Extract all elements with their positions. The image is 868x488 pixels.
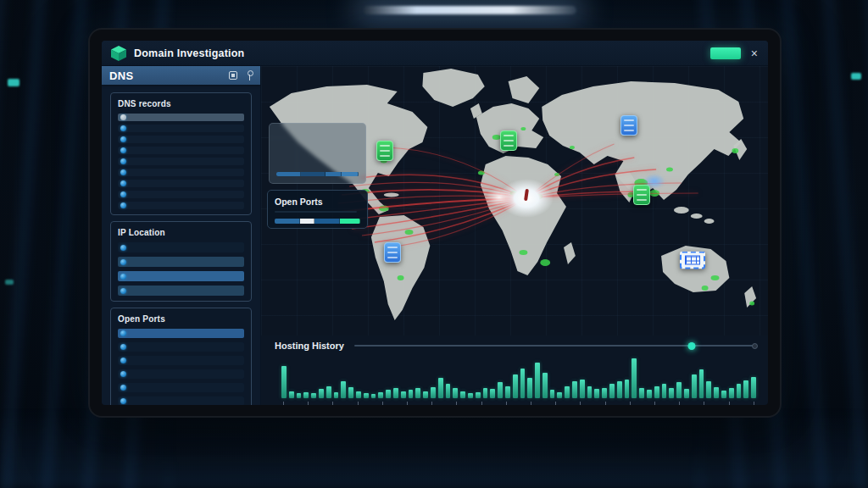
window-icon[interactable] (229, 71, 237, 80)
globe-dot-icon (120, 158, 126, 164)
list-item[interactable] (118, 242, 244, 252)
rack-led (851, 73, 861, 80)
server-marker-south-america[interactable] (384, 242, 401, 263)
progress-segment (301, 172, 326, 176)
x-axis-tick (605, 402, 606, 405)
panel-open-ports: Open Ports (110, 308, 252, 405)
slider-thumb[interactable] (688, 342, 696, 350)
slider-end-dot (752, 343, 758, 349)
x-axis-tick (729, 402, 730, 405)
x-axis-tick (308, 402, 309, 405)
divider (275, 211, 357, 213)
chart-bar (513, 374, 518, 398)
x-axis-tick (630, 402, 631, 405)
chart-bar (378, 392, 383, 398)
x-axis-ticks (281, 402, 756, 405)
x-axis-tick (754, 402, 754, 405)
panel-ip-location: IP Location (110, 221, 252, 302)
globe-dot-icon (120, 344, 126, 350)
list-item[interactable] (118, 147, 244, 154)
chart-bar (602, 388, 607, 398)
list-item[interactable] (118, 125, 244, 132)
chart-bar (326, 386, 331, 398)
globe-dot-icon (120, 191, 126, 197)
table-grid-icon (685, 255, 700, 264)
x-axis-tick (382, 402, 383, 405)
globe-dot-icon (120, 259, 126, 265)
chart-bar (297, 393, 302, 398)
key-icon[interactable] (246, 70, 253, 80)
chart-bar (565, 386, 570, 398)
x-axis-tick (456, 402, 457, 405)
chart-bar (737, 384, 742, 398)
server-marker-europe[interactable] (500, 130, 517, 151)
progress-segment (314, 219, 340, 224)
chart-bar (401, 391, 406, 398)
list-item[interactable] (118, 286, 244, 296)
list-item[interactable] (118, 356, 244, 365)
chart-bar (684, 389, 689, 398)
ip-location-list (118, 242, 244, 296)
globe-dot-icon (120, 147, 126, 153)
world-map[interactable]: Open Ports (261, 66, 768, 336)
panel-title: DNS records (118, 99, 244, 108)
list-item[interactable] (118, 202, 244, 209)
list-item[interactable] (118, 342, 244, 352)
globe-dot-icon (120, 245, 126, 251)
list-item[interactable] (118, 383, 244, 392)
list-item[interactable] (118, 136, 244, 143)
progress-segment (326, 172, 342, 176)
server-marker-mongolia[interactable] (620, 115, 637, 136)
chart-bar (483, 388, 488, 398)
list-item[interactable] (118, 257, 244, 267)
chart-bar (364, 393, 369, 398)
hosting-history-bar: Hosting History (261, 336, 768, 354)
chart-bar (453, 388, 458, 398)
list-item[interactable] (118, 114, 244, 121)
map-popup[interactable] (269, 123, 366, 184)
globe-dot-icon (120, 169, 126, 175)
chart-bar (639, 388, 644, 398)
monitor-bezel: Domain Investigation × DNS DNS records (88, 28, 782, 418)
list-item[interactable] (118, 169, 244, 176)
hosting-history-label: Hosting History (275, 341, 344, 351)
chart-bar (714, 387, 719, 398)
rack-led (8, 79, 19, 86)
list-item[interactable] (118, 180, 244, 187)
app-header: Domain Investigation × (102, 41, 768, 66)
chart-bar (587, 386, 593, 398)
open-ports-popup[interactable]: Open Ports (267, 190, 368, 229)
list-item[interactable] (118, 369, 244, 379)
server-marker-china[interactable] (633, 185, 650, 205)
chart-bar (303, 392, 309, 398)
list-item[interactable] (118, 191, 244, 198)
x-axis-tick (555, 402, 556, 405)
chart-bar (505, 386, 510, 398)
panel-dns-records: DNS records (110, 92, 252, 215)
chart-bar (699, 369, 704, 398)
chart-bar (751, 377, 756, 398)
close-icon[interactable]: × (749, 47, 760, 59)
list-item[interactable] (118, 271, 244, 281)
list-item[interactable] (118, 396, 244, 405)
popup-title: Open Ports (275, 197, 360, 207)
chart-bar (409, 390, 414, 398)
accent-button[interactable] (710, 47, 741, 59)
list-item[interactable] (118, 158, 244, 165)
dns-records-list (118, 114, 244, 209)
globe-dot-icon (120, 288, 126, 294)
coastal-highlight-china[interactable] (643, 174, 665, 189)
chart-bar (706, 381, 711, 398)
chart-bar (334, 392, 339, 398)
server-marker-us-east[interactable] (376, 141, 393, 161)
timeline-slider[interactable] (354, 345, 756, 347)
chart-bar (617, 381, 622, 398)
chart-bar (662, 384, 667, 398)
list-item[interactable] (118, 329, 244, 338)
progress-segment (342, 172, 359, 176)
chart-bar (281, 366, 287, 398)
datacenter-marker-australia[interactable] (680, 251, 705, 269)
chart-bar (729, 388, 734, 398)
x-axis-tick (506, 402, 507, 405)
rack-led (5, 280, 14, 285)
